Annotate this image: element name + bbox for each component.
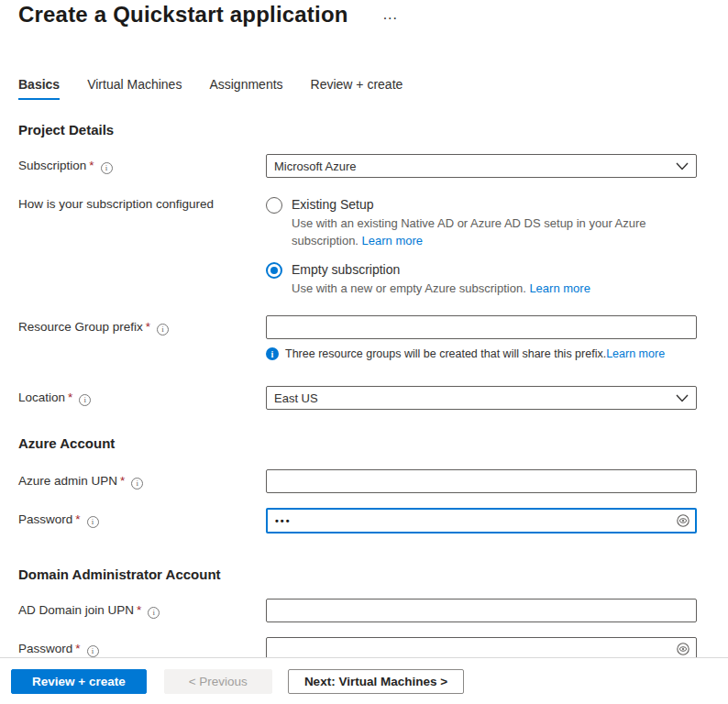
resource-group-info-message: i Three resource groups will be created … — [266, 347, 697, 360]
subscription-config-radio-group: Existing Setup Use with an existing Nati… — [266, 192, 697, 297]
subscription-config-row: How is your subscription configured Exis… — [18, 192, 697, 297]
create-quickstart-application-page: Create a Quickstart application ... Basi… — [0, 0, 728, 704]
tab-virtual-machines[interactable]: Virtual Machines — [87, 77, 182, 100]
resource-group-prefix-row: Resource Group prefix*i i Three resource… — [18, 315, 697, 360]
info-icon: i — [101, 162, 113, 174]
azure-password-label: Password*i — [18, 508, 266, 528]
subscription-row: Subscription*i Microsoft Azure — [18, 154, 697, 178]
subscription-config-label: How is your subscription configured — [18, 192, 266, 211]
radio-selected-icon[interactable] — [266, 262, 282, 279]
review-create-button[interactable]: Review + create — [11, 669, 147, 694]
required-asterisk: * — [75, 642, 80, 655]
required-asterisk: * — [75, 512, 80, 526]
location-row: Location*i East US — [18, 386, 697, 410]
radio-option-empty-subscription[interactable]: Empty subscription Use with a new or emp… — [266, 261, 697, 297]
required-asterisk: * — [120, 474, 125, 488]
page-title: Create a Quickstart application — [18, 2, 348, 28]
azure-admin-upn-row: Azure admin UPN*i — [18, 469, 697, 493]
resource-group-prefix-label: Resource Group prefix*i — [18, 315, 266, 336]
azure-password-row: Password*i — [18, 508, 697, 534]
radio-label: Empty subscription — [292, 261, 590, 279]
info-icon: i — [87, 645, 99, 657]
location-value: East US — [274, 391, 318, 405]
info-icon: i — [157, 324, 169, 336]
tab-basics[interactable]: Basics — [18, 77, 60, 100]
radio-description: Use with an existing Native AD or Azure … — [292, 214, 695, 249]
next-virtual-machines-button[interactable]: Next: Virtual Machines > — [288, 669, 464, 694]
page-header: Create a Quickstart application ... — [0, 0, 728, 28]
info-filled-icon: i — [266, 347, 279, 360]
tab-assignments[interactable]: Assignments — [209, 77, 282, 100]
ad-domain-join-upn-input[interactable] — [266, 599, 697, 622]
learn-more-link[interactable]: Learn more — [606, 347, 665, 360]
chevron-down-icon — [676, 394, 689, 402]
section-domain-admin-account: Domain Administrator Account — [18, 566, 697, 582]
info-icon: i — [79, 394, 91, 406]
info-icon: i — [148, 607, 160, 619]
subscription-label: Subscription*i — [18, 154, 266, 174]
section-project-details: Project Details — [18, 122, 697, 138]
radio-unselected-icon[interactable] — [266, 197, 282, 214]
section-azure-account: Azure Account — [18, 435, 697, 451]
azure-admin-upn-label: Azure admin UPN*i — [18, 469, 266, 490]
radio-description: Use with a new or empty Azure subscripti… — [292, 280, 590, 297]
previous-button[interactable]: < Previous — [164, 669, 272, 694]
wizard-footer: Review + create < Previous Next: Virtual… — [0, 657, 728, 704]
azure-admin-upn-input[interactable] — [266, 469, 697, 493]
domain-password-label: Password*i — [18, 637, 266, 657]
subscription-dropdown[interactable]: Microsoft Azure — [266, 154, 697, 178]
reveal-password-icon[interactable] — [676, 642, 690, 656]
azure-password-input[interactable] — [266, 508, 697, 534]
required-asterisk: * — [89, 159, 94, 172]
resource-group-prefix-input[interactable] — [266, 315, 697, 339]
radio-option-existing-setup[interactable]: Existing Setup Use with an existing Nati… — [266, 196, 697, 249]
info-icon: i — [87, 516, 99, 528]
ad-domain-join-upn-label: AD Domain join UPN*i — [18, 599, 266, 619]
required-asterisk: * — [146, 320, 150, 334]
subscription-value: Microsoft Azure — [274, 160, 357, 173]
info-message-text: Three resource groups will be created th… — [285, 347, 665, 360]
learn-more-link[interactable]: Learn more — [362, 234, 423, 248]
info-icon: i — [131, 478, 143, 490]
more-options-icon[interactable]: ... — [383, 7, 398, 22]
wizard-tabs: Basics Virtual Machines Assignments Revi… — [0, 77, 728, 100]
required-asterisk: * — [137, 603, 141, 617]
chevron-down-icon — [676, 162, 689, 170]
tab-review-create[interactable]: Review + create — [311, 77, 403, 100]
radio-label: Existing Setup — [292, 196, 695, 214]
reveal-password-icon[interactable] — [676, 513, 690, 528]
learn-more-link[interactable]: Learn more — [529, 281, 590, 295]
location-dropdown[interactable]: East US — [266, 386, 697, 410]
ad-domain-join-upn-row: AD Domain join UPN*i — [18, 599, 697, 622]
required-asterisk: * — [68, 390, 72, 404]
location-label: Location*i — [18, 386, 266, 406]
form-body: Project Details Subscription*i Microsoft… — [0, 122, 728, 661]
